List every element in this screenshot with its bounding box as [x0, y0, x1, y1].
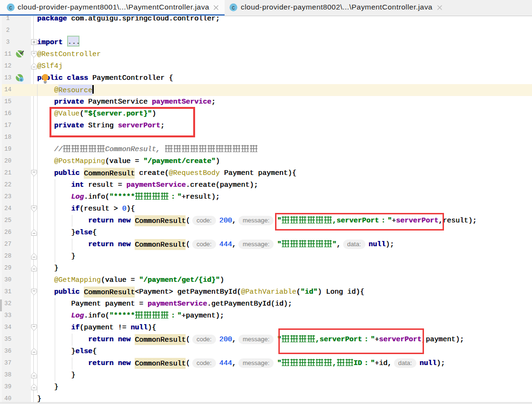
- svg-text:c: c: [20, 77, 22, 81]
- svg-text:c: c: [232, 4, 235, 11]
- svg-text:c: c: [9, 4, 12, 11]
